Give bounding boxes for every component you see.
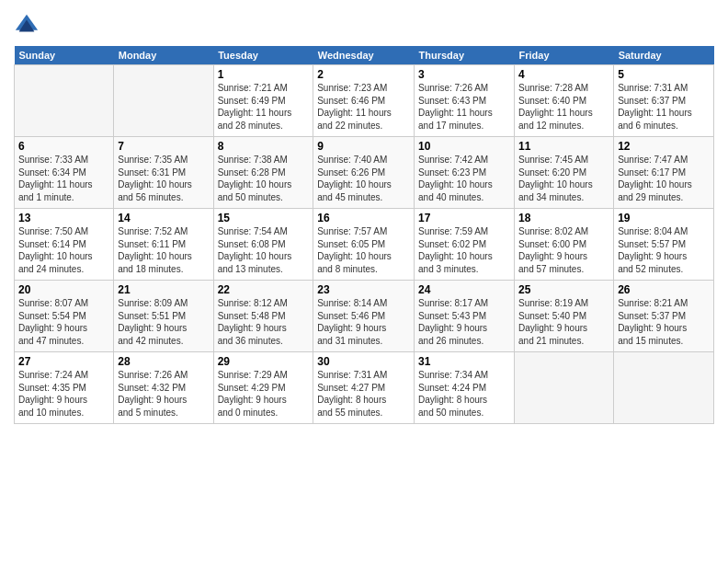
day-detail: Sunrise: 7:42 AM Sunset: 6:23 PM Dayligh…: [418, 154, 510, 203]
day-cell: 18Sunrise: 8:02 AM Sunset: 6:00 PM Dayli…: [515, 209, 614, 281]
day-cell: 9Sunrise: 7:40 AM Sunset: 6:26 PM Daylig…: [313, 137, 415, 209]
day-detail: Sunrise: 7:26 AM Sunset: 6:43 PM Dayligh…: [418, 82, 510, 132]
day-cell: 8Sunrise: 7:38 AM Sunset: 6:28 PM Daylig…: [213, 137, 313, 209]
day-cell: 31Sunrise: 7:34 AM Sunset: 4:24 PM Dayli…: [415, 352, 515, 424]
week-row-3: 20Sunrise: 8:07 AM Sunset: 5:54 PM Dayli…: [15, 281, 714, 352]
day-detail: Sunrise: 8:07 AM Sunset: 5:54 PM Dayligh…: [18, 297, 109, 347]
day-cell: 16Sunrise: 7:57 AM Sunset: 6:05 PM Dayli…: [313, 209, 415, 281]
day-number: 8: [218, 140, 310, 153]
week-row-2: 13Sunrise: 7:50 AM Sunset: 6:14 PM Dayli…: [15, 209, 714, 281]
day-detail: Sunrise: 7:26 AM Sunset: 4:32 PM Dayligh…: [118, 369, 209, 419]
day-number: 4: [518, 68, 609, 81]
day-detail: Sunrise: 7:52 AM Sunset: 6:11 PM Dayligh…: [118, 225, 209, 275]
day-detail: Sunrise: 7:35 AM Sunset: 6:31 PM Dayligh…: [118, 154, 209, 203]
day-number: 9: [317, 140, 410, 153]
header-row: SundayMondayTuesdayWednesdayThursdayFrid…: [15, 46, 714, 65]
day-number: 30: [317, 355, 410, 368]
day-number: 20: [18, 283, 109, 296]
day-cell: 19Sunrise: 8:04 AM Sunset: 5:57 PM Dayli…: [614, 209, 714, 281]
day-cell: 5Sunrise: 7:31 AM Sunset: 6:37 PM Daylig…: [614, 65, 714, 137]
day-cell: 28Sunrise: 7:26 AM Sunset: 4:32 PM Dayli…: [114, 352, 213, 424]
day-number: 10: [418, 140, 510, 153]
day-detail: Sunrise: 7:29 AM Sunset: 4:29 PM Dayligh…: [218, 369, 310, 419]
header: [14, 9, 714, 39]
col-header-saturday: Saturday: [614, 46, 714, 65]
col-header-wednesday: Wednesday: [313, 46, 415, 65]
day-detail: Sunrise: 8:21 AM Sunset: 5:37 PM Dayligh…: [618, 297, 710, 347]
day-number: 14: [118, 212, 209, 224]
day-cell: 20Sunrise: 8:07 AM Sunset: 5:54 PM Dayli…: [15, 281, 114, 352]
col-header-sunday: Sunday: [15, 46, 114, 65]
week-row-0: 1Sunrise: 7:21 AM Sunset: 6:49 PM Daylig…: [15, 65, 714, 137]
day-cell: [614, 352, 714, 424]
day-cell: 12Sunrise: 7:47 AM Sunset: 6:17 PM Dayli…: [614, 137, 714, 209]
day-cell: 13Sunrise: 7:50 AM Sunset: 6:14 PM Dayli…: [15, 209, 114, 281]
day-number: 12: [618, 140, 710, 153]
day-cell: 21Sunrise: 8:09 AM Sunset: 5:51 PM Dayli…: [114, 281, 213, 352]
day-number: 22: [218, 283, 310, 296]
day-cell: 23Sunrise: 8:14 AM Sunset: 5:46 PM Dayli…: [313, 281, 415, 352]
day-number: 5: [618, 68, 710, 81]
day-number: 11: [518, 140, 609, 153]
day-detail: Sunrise: 7:28 AM Sunset: 6:40 PM Dayligh…: [518, 82, 609, 132]
day-cell: 6Sunrise: 7:33 AM Sunset: 6:34 PM Daylig…: [15, 137, 114, 209]
day-detail: Sunrise: 7:31 AM Sunset: 4:27 PM Dayligh…: [317, 369, 410, 419]
day-detail: Sunrise: 7:24 AM Sunset: 4:35 PM Dayligh…: [18, 369, 109, 419]
day-detail: Sunrise: 8:04 AM Sunset: 5:57 PM Dayligh…: [618, 225, 710, 275]
day-detail: Sunrise: 7:31 AM Sunset: 6:37 PM Dayligh…: [618, 82, 710, 132]
day-number: 31: [418, 355, 510, 368]
day-detail: Sunrise: 7:45 AM Sunset: 6:20 PM Dayligh…: [518, 154, 609, 203]
page: SundayMondayTuesdayWednesdayThursdayFrid…: [0, 0, 728, 433]
day-detail: Sunrise: 7:50 AM Sunset: 6:14 PM Dayligh…: [18, 225, 109, 275]
day-detail: Sunrise: 7:57 AM Sunset: 6:05 PM Dayligh…: [317, 225, 410, 275]
day-number: 27: [18, 355, 109, 368]
day-detail: Sunrise: 7:40 AM Sunset: 6:26 PM Dayligh…: [317, 154, 410, 203]
week-row-4: 27Sunrise: 7:24 AM Sunset: 4:35 PM Dayli…: [15, 352, 714, 424]
day-cell: 11Sunrise: 7:45 AM Sunset: 6:20 PM Dayli…: [515, 137, 614, 209]
day-detail: Sunrise: 8:12 AM Sunset: 5:48 PM Dayligh…: [218, 297, 310, 347]
day-cell: [15, 65, 114, 137]
day-number: 25: [518, 283, 609, 296]
day-detail: Sunrise: 7:34 AM Sunset: 4:24 PM Dayligh…: [418, 369, 510, 419]
day-cell: 30Sunrise: 7:31 AM Sunset: 4:27 PM Dayli…: [313, 352, 415, 424]
day-number: 2: [317, 68, 410, 81]
day-cell: 24Sunrise: 8:17 AM Sunset: 5:43 PM Dayli…: [415, 281, 515, 352]
col-header-monday: Monday: [114, 46, 213, 65]
day-cell: 2Sunrise: 7:23 AM Sunset: 6:46 PM Daylig…: [313, 65, 415, 137]
col-header-tuesday: Tuesday: [213, 46, 313, 65]
day-detail: Sunrise: 7:47 AM Sunset: 6:17 PM Dayligh…: [618, 154, 710, 203]
day-detail: Sunrise: 8:17 AM Sunset: 5:43 PM Dayligh…: [418, 297, 510, 347]
day-number: 16: [317, 212, 410, 224]
calendar: SundayMondayTuesdayWednesdayThursdayFrid…: [14, 46, 714, 424]
week-row-1: 6Sunrise: 7:33 AM Sunset: 6:34 PM Daylig…: [15, 137, 714, 209]
day-number: 13: [18, 212, 109, 224]
day-number: 23: [317, 283, 410, 296]
day-number: 29: [218, 355, 310, 368]
day-cell: 7Sunrise: 7:35 AM Sunset: 6:31 PM Daylig…: [114, 137, 213, 209]
day-cell: [114, 65, 213, 137]
day-cell: 22Sunrise: 8:12 AM Sunset: 5:48 PM Dayli…: [213, 281, 313, 352]
day-cell: 27Sunrise: 7:24 AM Sunset: 4:35 PM Dayli…: [15, 352, 114, 424]
day-number: 26: [618, 283, 710, 296]
day-number: 19: [618, 212, 710, 224]
day-number: 3: [418, 68, 510, 81]
day-cell: 3Sunrise: 7:26 AM Sunset: 6:43 PM Daylig…: [415, 65, 515, 137]
day-detail: Sunrise: 7:21 AM Sunset: 6:49 PM Dayligh…: [218, 82, 310, 132]
day-number: 18: [518, 212, 609, 224]
day-detail: Sunrise: 8:19 AM Sunset: 5:40 PM Dayligh…: [518, 297, 609, 347]
day-cell: 25Sunrise: 8:19 AM Sunset: 5:40 PM Dayli…: [515, 281, 614, 352]
day-detail: Sunrise: 7:23 AM Sunset: 6:46 PM Dayligh…: [317, 82, 410, 132]
day-detail: Sunrise: 8:14 AM Sunset: 5:46 PM Dayligh…: [317, 297, 410, 347]
day-detail: Sunrise: 7:38 AM Sunset: 6:28 PM Dayligh…: [218, 154, 310, 203]
col-header-thursday: Thursday: [415, 46, 515, 65]
day-number: 15: [218, 212, 310, 224]
day-detail: Sunrise: 8:09 AM Sunset: 5:51 PM Dayligh…: [118, 297, 209, 347]
day-cell: 17Sunrise: 7:59 AM Sunset: 6:02 PM Dayli…: [415, 209, 515, 281]
day-detail: Sunrise: 7:33 AM Sunset: 6:34 PM Dayligh…: [18, 154, 109, 203]
day-cell: 10Sunrise: 7:42 AM Sunset: 6:23 PM Dayli…: [415, 137, 515, 209]
day-cell: 26Sunrise: 8:21 AM Sunset: 5:37 PM Dayli…: [614, 281, 714, 352]
day-number: 7: [118, 140, 209, 153]
logo: [14, 13, 43, 39]
day-number: 21: [118, 283, 209, 296]
day-cell: [515, 352, 614, 424]
